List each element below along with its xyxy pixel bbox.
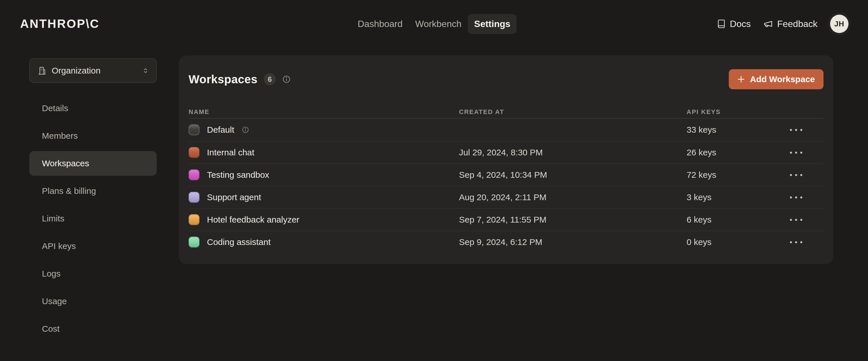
api-keys-cell: 72 keys <box>687 170 787 180</box>
table-row[interactable]: Support agent Aug 20, 2024, 2:11 PM 3 ke… <box>189 186 824 208</box>
name-cell: Coding assistant <box>189 237 459 247</box>
organization-selector[interactable]: Organization <box>29 58 157 83</box>
sidebar-item-members[interactable]: Members <box>29 123 157 148</box>
nav-tab-dashboard[interactable]: Dashboard <box>351 14 409 34</box>
api-keys-cell: 6 keys <box>687 215 787 224</box>
nav-tab-settings[interactable]: Settings <box>468 14 517 34</box>
row-actions-button[interactable] <box>787 148 805 158</box>
created-at-cell: Sep 4, 2024, 10:34 PM <box>459 170 687 180</box>
name-cell: Hotel feedback analyzer <box>189 214 459 225</box>
top-nav: ANTHROP\C Dashboard Workbench Settings D… <box>0 0 868 48</box>
workspaces-table: NAME CREATED AT API KEYS Default 33 keys <box>189 106 824 253</box>
info-icon <box>242 126 249 133</box>
workspace-name: Internal chat <box>207 148 254 157</box>
workspace-color-swatch <box>189 170 199 180</box>
plus-icon <box>736 74 746 84</box>
add-workspace-button[interactable]: Add Workspace <box>729 69 824 89</box>
ellipsis-icon <box>790 197 802 199</box>
app-root: ANTHROP\C Dashboard Workbench Settings D… <box>0 0 868 341</box>
actions-cell <box>787 192 824 203</box>
row-actions-button[interactable] <box>787 125 805 135</box>
sidebar-menu: Details Members Workspaces Plans & billi… <box>29 96 157 341</box>
docs-label: Docs <box>730 19 751 29</box>
nav-tab-label: Settings <box>474 19 510 29</box>
docs-button[interactable]: Docs <box>717 19 751 29</box>
actions-cell <box>787 237 824 247</box>
megaphone-icon <box>763 19 773 29</box>
nav-utilities: Docs Feedback JH <box>717 14 848 33</box>
ellipsis-icon <box>790 219 802 221</box>
api-keys-cell: 3 keys <box>687 192 787 202</box>
created-at-cell: Aug 20, 2024, 2:11 PM <box>459 192 687 202</box>
sidebar-item-label: Usage <box>42 296 67 306</box>
sidebar-item-usage[interactable]: Usage <box>29 289 157 313</box>
sidebar-item-label: Plans & billing <box>42 186 96 196</box>
sidebar-item-logs[interactable]: Logs <box>29 261 157 286</box>
column-header-name: NAME <box>189 108 459 116</box>
nav-tab-workbench[interactable]: Workbench <box>409 14 468 34</box>
feedback-label: Feedback <box>777 19 817 29</box>
column-header-api-keys: API KEYS <box>687 108 787 116</box>
name-cell: Default <box>189 124 459 135</box>
info-icon <box>282 75 291 84</box>
sidebar-item-label: Workspaces <box>42 158 89 168</box>
ellipsis-icon <box>790 129 802 131</box>
api-keys-cell: 33 keys <box>687 125 787 135</box>
column-header-created-at: CREATED AT <box>459 108 687 116</box>
sidebar-item-label: Limits <box>42 214 64 223</box>
workspace-color-swatch <box>189 192 199 203</box>
workspace-color-swatch <box>189 214 199 225</box>
actions-cell <box>787 125 824 135</box>
workspace-name: Support agent <box>207 192 261 202</box>
sidebar-item-plans-billing[interactable]: Plans & billing <box>29 179 157 203</box>
api-keys-cell: 0 keys <box>687 237 787 247</box>
sidebar-item-cost[interactable]: Cost <box>29 317 157 341</box>
workspace-color-swatch <box>189 124 199 135</box>
sidebar-item-label: Details <box>42 103 68 113</box>
organization-label: Organization <box>52 66 136 76</box>
default-workspace-info-button[interactable] <box>242 126 249 133</box>
avatar[interactable]: JH <box>830 14 848 33</box>
table-row[interactable]: Hotel feedback analyzer Sep 7, 2024, 11:… <box>189 208 824 231</box>
workspace-name: Default <box>207 125 234 135</box>
panel-header: Workspaces 6 <box>189 69 824 89</box>
sidebar-item-details[interactable]: Details <box>29 96 157 121</box>
table-body: Default 33 keys Internal chat Jul 29, 20… <box>189 119 824 253</box>
workspace-color-swatch <box>189 237 199 247</box>
name-cell: Internal chat <box>189 147 459 158</box>
sidebar-item-label: Logs <box>42 269 61 278</box>
api-keys-cell: 26 keys <box>687 148 787 157</box>
settings-sidebar: Organization Details Members Workspaces … <box>29 58 157 341</box>
book-icon <box>717 19 726 28</box>
row-actions-button[interactable] <box>787 170 805 180</box>
table-row[interactable]: Default 33 keys <box>189 119 824 141</box>
sidebar-item-api-keys[interactable]: API keys <box>29 234 157 259</box>
row-actions-button[interactable] <box>787 192 805 203</box>
table-row[interactable]: Internal chat Jul 29, 2024, 8:30 PM 26 k… <box>189 141 824 163</box>
sidebar-item-label: API keys <box>42 241 76 251</box>
workspace-name: Coding assistant <box>207 237 271 247</box>
content-area: Organization Details Members Workspaces … <box>0 48 868 341</box>
workspaces-info-button[interactable] <box>282 75 291 84</box>
table-row[interactable]: Testing sandbox Sep 4, 2024, 10:34 PM 72… <box>189 163 824 186</box>
workspace-count-badge: 6 <box>264 73 276 85</box>
created-at-cell: Jul 29, 2024, 8:30 PM <box>459 148 687 157</box>
created-at-cell: Sep 9, 2024, 6:12 PM <box>459 237 687 247</box>
ellipsis-icon <box>790 174 802 176</box>
feedback-button[interactable]: Feedback <box>763 19 817 29</box>
ellipsis-icon <box>790 152 802 154</box>
sidebar-item-label: Members <box>42 131 78 141</box>
table-row[interactable]: Coding assistant Sep 9, 2024, 6:12 PM 0 … <box>189 231 824 253</box>
add-workspace-label: Add Workspace <box>750 74 815 84</box>
sidebar-item-limits[interactable]: Limits <box>29 206 157 231</box>
actions-cell <box>787 148 824 158</box>
primary-nav: Dashboard Workbench Settings <box>351 14 517 34</box>
row-actions-button[interactable] <box>787 237 805 247</box>
sidebar-item-label: Cost <box>42 324 60 334</box>
workspace-name: Testing sandbox <box>207 170 269 180</box>
name-cell: Support agent <box>189 192 459 203</box>
created-at-cell: Sep 7, 2024, 11:55 PM <box>459 215 687 224</box>
row-actions-button[interactable] <box>787 215 805 225</box>
nav-tab-label: Workbench <box>415 19 462 29</box>
sidebar-item-workspaces[interactable]: Workspaces <box>29 151 157 176</box>
